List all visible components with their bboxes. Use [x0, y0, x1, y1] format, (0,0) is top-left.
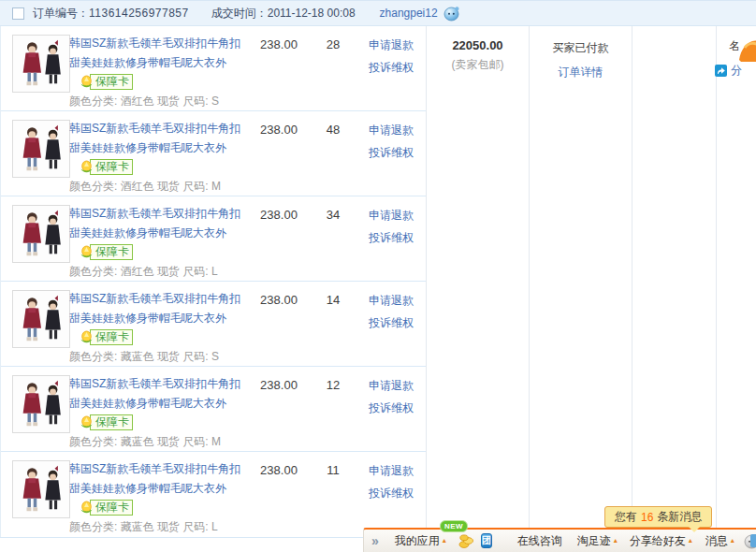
item-price: 238.00 [246, 293, 312, 307]
deal-time-label: 成交时间： [211, 6, 268, 22]
order-page: 订单编号：113614256977857 成交时间：2011-12-18 00:… [0, 0, 756, 552]
orange-flag-icon[interactable] [739, 39, 756, 65]
my-apps-menu[interactable]: 我的应用▴ [395, 533, 446, 549]
col-divider-4 [716, 26, 717, 538]
warranty-badge-label: 保障卡 [90, 244, 133, 260]
col-divider-2 [529, 26, 530, 538]
flower-icon [80, 415, 94, 430]
item-operations: 申请退款 投诉维权 [369, 208, 425, 246]
tooltip-prefix: 您有 [615, 509, 637, 525]
product-thumbnail[interactable] [12, 290, 70, 348]
order-item-row: 韩国SZ新款毛领羊毛双排扣牛角扣甜美娃娃款修身带帽毛呢大衣外 保障卡 颜色分类:… [1, 282, 426, 367]
product-title-link[interactable]: 韩国SZ新款毛领羊毛双排扣牛角扣甜美娃娃款修身带帽毛呢大衣外 [69, 289, 243, 328]
item-operations: 申请退款 投诉维权 [369, 37, 425, 76]
item-quantity: 48 [313, 123, 353, 137]
new-message-tooltip[interactable]: 您有 16 条新消息 [604, 506, 712, 528]
col-divider-3 [632, 26, 632, 538]
sku-info: 颜色分类: 藏蓝色 现货 尺码: M [69, 434, 221, 450]
table-bottom-border [0, 537, 365, 538]
col-divider-1 [426, 26, 427, 538]
item-quantity: 11 [313, 463, 353, 477]
messages-menu[interactable]: 消息▴ [705, 533, 734, 549]
flower-icon [80, 160, 94, 175]
sku-info: 颜色分类: 藏蓝色 现货 尺码: S [69, 349, 219, 365]
item-price: 238.00 [246, 463, 312, 477]
refund-link[interactable]: 申请退款 [369, 463, 425, 479]
warranty-badge[interactable]: 保障卡 [80, 500, 133, 516]
refund-link[interactable]: 申请退款 [369, 208, 425, 224]
complaint-link[interactable]: 投诉维权 [369, 230, 425, 246]
product-thumbnail[interactable] [12, 35, 70, 93]
product-thumbnail[interactable] [12, 205, 70, 263]
tao-footprint-label: 淘足迹 [577, 533, 611, 549]
warranty-badge[interactable]: 保障卡 [80, 329, 133, 345]
item-quantity: 34 [313, 208, 353, 222]
product-title-link[interactable]: 韩国SZ新款毛领羊毛双排扣牛角扣甜美娃娃款修身带帽毛呢大衣外 [69, 34, 243, 73]
complaint-link[interactable]: 投诉维权 [369, 60, 425, 76]
online-consult-menu[interactable]: 在线咨询 [517, 533, 562, 549]
tao-footprint-menu[interactable]: 淘足迹▴ [577, 533, 618, 549]
complaint-link[interactable]: 投诉维权 [369, 145, 425, 161]
item-quantity: 28 [313, 37, 353, 51]
warranty-badge-label: 保障卡 [90, 74, 133, 90]
warranty-badge-label: 保障卡 [90, 159, 133, 175]
order-item-row: 韩国SZ新款毛领羊毛双排扣牛角扣甜美娃娃款修身带帽毛呢大衣外 保障卡 颜色分类:… [1, 367, 426, 452]
share-icon [715, 65, 727, 77]
item-price: 238.00 [246, 37, 312, 51]
warranty-badge-label: 保障卡 [90, 329, 133, 345]
flower-icon [80, 501, 94, 516]
item-quantity: 12 [313, 378, 353, 392]
sku-info: 颜色分类: 酒红色 现货 尺码: S [69, 94, 219, 109]
product-title-link[interactable]: 韩国SZ新款毛领羊毛双排扣牛角扣甜美娃娃款修身带帽毛呢大衣外 [69, 459, 243, 499]
caret-up-icon: ▴ [614, 536, 618, 545]
flower-icon [80, 75, 94, 90]
item-price: 238.00 [246, 378, 312, 392]
order-total-amount: 22050.00 [427, 38, 529, 52]
sku-info: 颜色分类: 藏蓝色 现货 尺码: L [69, 519, 218, 535]
order-status: 买家已付款 [530, 40, 632, 56]
sku-info: 颜色分类: 酒红色 现货 尺码: L [69, 264, 218, 280]
complaint-link[interactable]: 投诉维权 [369, 315, 425, 331]
item-quantity: 14 [313, 293, 353, 307]
order-checkbox[interactable] [12, 7, 24, 20]
item-price: 238.00 [246, 208, 312, 222]
gold-coins-icon[interactable] [458, 534, 474, 548]
refund-link[interactable]: 申请退款 [369, 37, 425, 53]
order-item-row: 韩国SZ新款毛领羊毛双排扣牛角扣甜美娃娃款修身带帽毛呢大衣外 保障卡 颜色分类:… [1, 111, 426, 196]
warranty-badge[interactable]: 保障卡 [80, 414, 133, 430]
warranty-badge[interactable]: 保障卡 [80, 159, 133, 175]
item-operations: 申请退款 投诉维权 [369, 293, 425, 331]
share-to-friends-label: 分享给好友 [630, 533, 686, 549]
my-apps-label: 我的应用 [395, 533, 440, 549]
order-number-label: 订单编号： [33, 6, 89, 22]
complaint-link[interactable]: 投诉维权 [369, 400, 425, 416]
order-item-row: 韩国SZ新款毛领羊毛双排扣牛角扣甜美娃娃款修身带帽毛呢大衣外 保障卡 颜色分类:… [1, 26, 426, 111]
message-count: 16 [641, 511, 653, 524]
cut-toolbar-icon[interactable] [750, 534, 756, 547]
toolbar-expand-button[interactable]: » [371, 533, 379, 548]
refund-link[interactable]: 申请退款 [369, 123, 425, 138]
caret-up-icon: ▴ [731, 536, 734, 545]
buyer-id-link[interactable]: zhangpei12 [380, 7, 438, 20]
warranty-badge[interactable]: 保障卡 [80, 74, 133, 90]
share-to-friends-menu[interactable]: 分享给好友▴ [630, 533, 692, 549]
product-thumbnail[interactable] [12, 375, 70, 433]
product-title-link[interactable]: 韩国SZ新款毛领羊毛双排扣牛角扣甜美娃娃款修身带帽毛呢大衣外 [69, 374, 243, 414]
order-detail-link[interactable]: 订单详情 [530, 65, 632, 80]
product-title-link[interactable]: 韩国SZ新款毛领羊毛双排扣牛角扣甜美娃娃款修身带帽毛呢大衣外 [69, 119, 243, 158]
order-item-row: 韩国SZ新款毛领羊毛双排扣牛角扣甜美娃娃款修身带帽毛呢大衣外 保障卡 颜色分类:… [1, 452, 426, 537]
product-thumbnail[interactable] [12, 460, 70, 518]
product-thumbnail[interactable] [12, 120, 70, 178]
free-shipping-note: (卖家包邮) [427, 57, 529, 73]
order-header-bar: 订单编号：113614256977857 成交时间：2011-12-18 00:… [0, 0, 756, 26]
refund-link[interactable]: 申请退款 [369, 293, 425, 309]
group-buy-icon[interactable]: 团 [481, 533, 492, 548]
refund-link[interactable]: 申请退款 [369, 378, 425, 394]
product-title-link[interactable]: 韩国SZ新款毛领羊毛双排扣牛角扣甜美娃娃款修身带帽毛呢大衣外 [69, 204, 243, 243]
complaint-link[interactable]: 投诉维权 [369, 486, 425, 501]
warranty-badge[interactable]: 保障卡 [80, 244, 133, 260]
tooltip-suffix: 条新消息 [657, 509, 702, 525]
share-order[interactable]: 分 [715, 63, 742, 79]
wangwang-chat-icon[interactable] [443, 6, 460, 22]
sku-info: 颜色分类: 酒红色 现货 尺码: M [69, 179, 221, 195]
